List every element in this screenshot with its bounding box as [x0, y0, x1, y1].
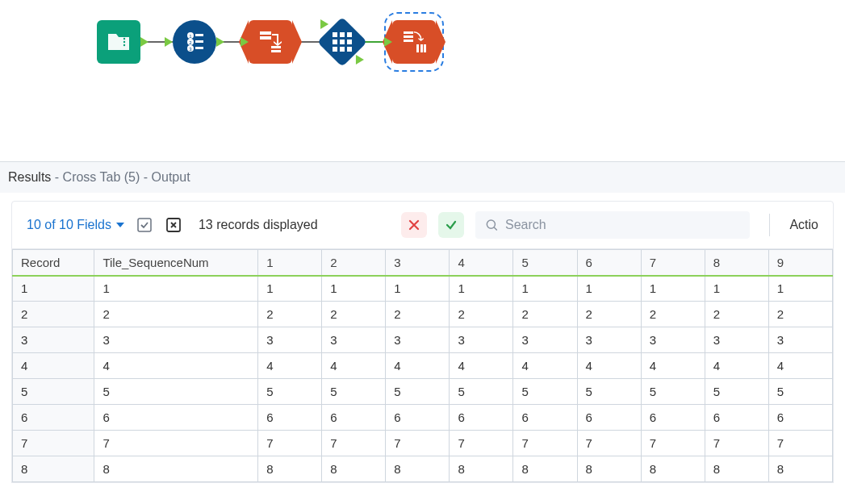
data-cell[interactable]: 5: [258, 379, 322, 405]
data-cell[interactable]: 5: [386, 379, 450, 405]
data-cell[interactable]: 6: [386, 405, 450, 431]
fields-dropdown[interactable]: 10 of 10 Fields: [27, 218, 124, 232]
data-cell[interactable]: 1: [450, 276, 513, 302]
data-cell[interactable]: 1: [705, 276, 768, 302]
data-cell[interactable]: 6: [705, 405, 768, 431]
table-row[interactable]: 88888888888: [13, 456, 833, 482]
data-cell[interactable]: 5: [768, 379, 832, 405]
table-row[interactable]: 33333333333: [13, 327, 833, 353]
data-cell[interactable]: 6: [258, 405, 322, 431]
data-cell[interactable]: 3: [450, 327, 513, 353]
data-cell[interactable]: 8: [577, 456, 641, 482]
data-cell[interactable]: 6: [768, 405, 832, 431]
record-cell[interactable]: 5: [13, 379, 94, 405]
table-row[interactable]: 55555555555: [13, 379, 833, 405]
data-cell[interactable]: 6: [450, 405, 513, 431]
data-cell[interactable]: 2: [386, 302, 450, 327]
data-cell[interactable]: 8: [94, 456, 258, 482]
table-row[interactable]: 77777777777: [13, 431, 833, 456]
data-cell[interactable]: 2: [641, 302, 705, 327]
record-cell[interactable]: 4: [13, 353, 94, 379]
data-cell[interactable]: 8: [513, 456, 577, 482]
data-cell[interactable]: 1: [513, 276, 577, 302]
col-header[interactable]: 8: [705, 250, 768, 276]
data-cell[interactable]: 3: [513, 327, 577, 353]
data-cell[interactable]: 4: [705, 353, 768, 379]
tool-input[interactable]: [97, 20, 140, 64]
data-cell[interactable]: 3: [322, 327, 386, 353]
record-cell[interactable]: 2: [13, 302, 94, 327]
data-cell[interactable]: 4: [513, 353, 577, 379]
select-fields-button[interactable]: [136, 216, 153, 234]
col-header[interactable]: Tile_SequenceNum: [94, 250, 258, 276]
data-cell[interactable]: 1: [258, 276, 322, 302]
tool-tile[interactable]: [317, 17, 367, 67]
tool-record-id[interactable]: 1 2 3: [173, 20, 216, 64]
results-grid[interactable]: Record Tile_SequenceNum 1 2 3 4 5 6 7 8 …: [12, 249, 833, 482]
data-cell[interactable]: 8: [705, 456, 768, 482]
data-cell[interactable]: 3: [768, 327, 832, 353]
data-cell[interactable]: 1: [386, 276, 450, 302]
data-cell[interactable]: 7: [705, 431, 768, 456]
search-box[interactable]: [475, 211, 750, 239]
data-cell[interactable]: 6: [641, 405, 705, 431]
data-cell[interactable]: 4: [641, 353, 705, 379]
data-cell[interactable]: 5: [641, 379, 705, 405]
data-cell[interactable]: 2: [513, 302, 577, 327]
data-cell[interactable]: 6: [513, 405, 577, 431]
data-cell[interactable]: 7: [450, 431, 513, 456]
col-header[interactable]: 4: [450, 250, 513, 276]
data-cell[interactable]: 6: [322, 405, 386, 431]
col-header[interactable]: 5: [513, 250, 577, 276]
data-cell[interactable]: 1: [94, 276, 258, 302]
col-header[interactable]: Record: [13, 250, 94, 276]
record-cell[interactable]: 7: [13, 431, 94, 456]
data-cell[interactable]: 2: [705, 302, 768, 327]
data-cell[interactable]: 1: [641, 276, 705, 302]
table-row[interactable]: 22222222222: [13, 302, 833, 327]
data-cell[interactable]: 5: [450, 379, 513, 405]
actions-menu[interactable]: Actio: [789, 218, 818, 232]
data-cell[interactable]: 6: [94, 405, 258, 431]
record-cell[interactable]: 6: [13, 405, 94, 431]
data-cell[interactable]: 8: [641, 456, 705, 482]
data-cell[interactable]: 8: [322, 456, 386, 482]
record-cell[interactable]: 1: [13, 276, 94, 302]
apply-filter-button[interactable]: [438, 212, 464, 238]
data-cell[interactable]: 7: [768, 431, 832, 456]
data-cell[interactable]: 4: [94, 353, 258, 379]
data-cell[interactable]: 3: [577, 327, 641, 353]
workflow-canvas[interactable]: 1 2 3: [0, 0, 845, 161]
data-cell[interactable]: 8: [768, 456, 832, 482]
data-cell[interactable]: 5: [705, 379, 768, 405]
data-cell[interactable]: 1: [322, 276, 386, 302]
tool-multirow-formula[interactable]: [249, 20, 292, 64]
record-cell[interactable]: 8: [13, 456, 94, 482]
data-cell[interactable]: 3: [258, 327, 322, 353]
cancel-filter-button[interactable]: [401, 212, 427, 238]
data-cell[interactable]: 2: [577, 302, 641, 327]
data-cell[interactable]: 5: [513, 379, 577, 405]
data-cell[interactable]: 5: [322, 379, 386, 405]
record-cell[interactable]: 3: [13, 327, 94, 353]
data-cell[interactable]: 7: [641, 431, 705, 456]
data-cell[interactable]: 7: [258, 431, 322, 456]
data-cell[interactable]: 2: [450, 302, 513, 327]
col-header[interactable]: 6: [577, 250, 641, 276]
data-cell[interactable]: 5: [577, 379, 641, 405]
data-cell[interactable]: 3: [641, 327, 705, 353]
data-cell[interactable]: 8: [386, 456, 450, 482]
data-cell[interactable]: 2: [768, 302, 832, 327]
data-cell[interactable]: 8: [450, 456, 513, 482]
data-cell[interactable]: 7: [322, 431, 386, 456]
data-cell[interactable]: 3: [386, 327, 450, 353]
data-cleanse-button[interactable]: [165, 216, 182, 234]
tool-cross-tab[interactable]: [392, 20, 436, 64]
table-row[interactable]: 66666666666: [13, 405, 833, 431]
data-cell[interactable]: 2: [258, 302, 322, 327]
col-header[interactable]: 2: [322, 250, 386, 276]
data-cell[interactable]: 4: [577, 353, 641, 379]
data-cell[interactable]: 4: [322, 353, 386, 379]
data-cell[interactable]: 2: [322, 302, 386, 327]
search-input[interactable]: [505, 218, 740, 232]
